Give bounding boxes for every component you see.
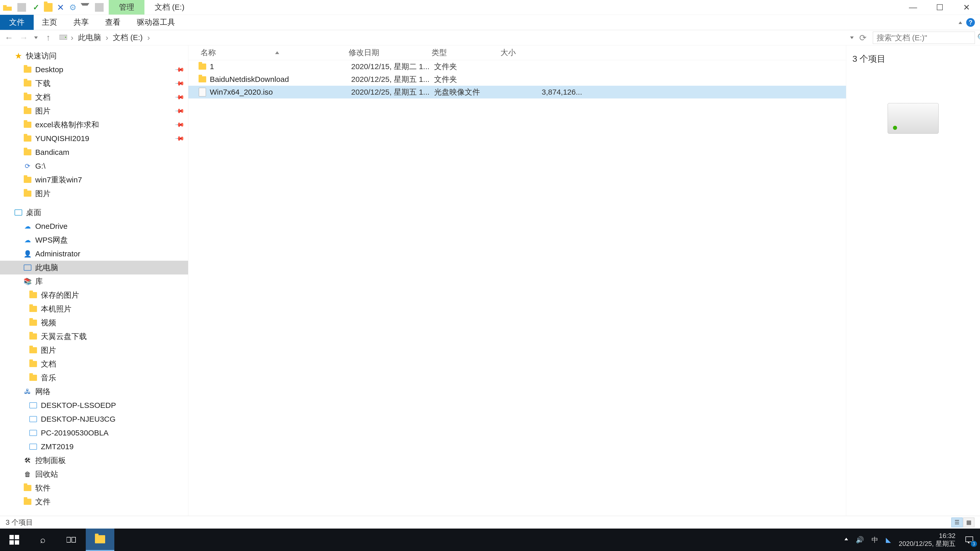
refresh-button[interactable]: ⟳ xyxy=(858,32,868,44)
tree-item[interactable]: ☁WPS网盘 xyxy=(0,233,188,247)
recent-dropdown[interactable] xyxy=(32,32,40,44)
tree-item[interactable]: 音乐 xyxy=(0,371,188,385)
up-button[interactable]: ↑ xyxy=(42,32,55,44)
tab-view[interactable]: 查看 xyxy=(97,15,129,30)
tree-quick-item[interactable]: Desktop📌 xyxy=(0,63,188,76)
breadcrumb-drive[interactable]: 文档 (E:) xyxy=(112,32,144,43)
svg-rect-10 xyxy=(966,537,973,542)
item-icon: ☁ xyxy=(23,222,32,231)
tree-item[interactable]: 🗑回收站 xyxy=(0,467,188,481)
taskbar-explorer-button[interactable] xyxy=(86,529,115,551)
help-icon[interactable]: ? xyxy=(966,18,975,27)
tab-drive-tools[interactable]: 驱动器工具 xyxy=(129,15,183,30)
column-size[interactable]: 大小 xyxy=(501,48,595,58)
tree-quick-item[interactable]: 下载📌 xyxy=(0,76,188,90)
action-center-button[interactable]: 3 xyxy=(963,534,975,546)
taskbar-search-button[interactable]: ⌕ xyxy=(29,529,57,551)
tree-item[interactable]: 软件 xyxy=(0,481,188,495)
tree-item[interactable]: DESKTOP-LSSOEDP xyxy=(0,399,188,412)
file-icon xyxy=(198,88,207,97)
tree-item[interactable]: 此电脑 xyxy=(0,261,188,275)
file-row[interactable]: 12020/12/15, 星期二 1...文件夹 xyxy=(188,60,846,73)
tree-label: 库 xyxy=(35,276,43,287)
tray-expand-icon[interactable] xyxy=(845,536,848,544)
tree-item[interactable]: 🖧网络 xyxy=(0,385,188,399)
search-icon[interactable]: 🔍 xyxy=(977,33,980,43)
qat-confirm-icon[interactable]: ✓ xyxy=(32,3,40,12)
qat-cancel-icon[interactable]: ✕ xyxy=(56,3,65,12)
chevron-right-icon[interactable]: › xyxy=(145,33,152,42)
tree-label: WPS网盘 xyxy=(35,235,68,245)
view-thumbnails-button[interactable]: ▦ xyxy=(963,518,974,527)
task-view-button[interactable] xyxy=(57,529,86,551)
tab-file[interactable]: 文件 xyxy=(0,15,34,30)
tree-label: 快速访问 xyxy=(26,51,57,61)
tree-item[interactable]: DESKTOP-NJEU3CG xyxy=(0,412,188,426)
tree-quick-item[interactable]: win7重装win7 xyxy=(0,173,188,187)
breadcrumb-pc[interactable]: 此电脑 xyxy=(77,32,102,43)
folder-icon xyxy=(23,120,32,129)
tree-item[interactable]: 📚库 xyxy=(0,275,188,288)
tree-item[interactable]: 视频 xyxy=(0,316,188,330)
tree-item[interactable]: ☁OneDrive xyxy=(0,219,188,233)
tree-quick-item[interactable]: 图片📌 xyxy=(0,104,188,118)
tab-home[interactable]: 主页 xyxy=(34,15,65,30)
system-tray: 🔊 中 ◣ 16:32 2020/12/25, 星期五 3 xyxy=(845,532,975,548)
tree-quick-item[interactable]: 图片 xyxy=(0,187,188,200)
tree-quick-item[interactable]: excel表格制作求和📌 xyxy=(0,118,188,132)
address-dropdown-icon[interactable] xyxy=(847,32,856,44)
ribbon-expand-icon[interactable] xyxy=(959,17,962,27)
column-date[interactable]: 修改日期 xyxy=(348,48,431,58)
qat-folder-icon[interactable] xyxy=(44,3,52,12)
tree-item[interactable]: 文件 xyxy=(0,495,188,509)
start-button[interactable] xyxy=(0,529,29,551)
tray-app-icon[interactable]: ◣ xyxy=(886,536,891,544)
tree-quick-access[interactable]: ★ 快速访问 xyxy=(0,49,188,63)
file-row[interactable]: Win7x64_2020.iso2020/12/25, 星期五 1...光盘映像… xyxy=(188,86,846,98)
item-icon xyxy=(23,263,32,272)
tree-item[interactable]: 图片 xyxy=(0,343,188,357)
tab-share[interactable]: 共享 xyxy=(65,15,97,30)
tree-label: ZMT2019 xyxy=(41,442,73,451)
tree-label: 下载 xyxy=(35,78,51,89)
file-list[interactable]: 12020/12/15, 星期二 1...文件夹BaiduNetdiskDown… xyxy=(188,60,846,516)
column-type[interactable]: 类型 xyxy=(431,48,501,58)
column-name[interactable]: 名称 xyxy=(198,48,348,58)
tree-item[interactable]: 文档 xyxy=(0,357,188,371)
ribbon-context-tab[interactable]: 管理 xyxy=(109,0,145,14)
volume-icon[interactable]: 🔊 xyxy=(856,536,864,544)
close-button[interactable]: ✕ xyxy=(953,0,980,14)
tree-item[interactable]: 本机照片 xyxy=(0,302,188,316)
tree-quick-item[interactable]: 文档📌 xyxy=(0,90,188,104)
tree-desktop[interactable]: 桌面 xyxy=(0,206,188,219)
navigation-tree[interactable]: ★ 快速访问 Desktop📌下载📌文档📌图片📌excel表格制作求和📌YUNQ… xyxy=(0,45,188,516)
tree-item[interactable]: 👤Administrator xyxy=(0,247,188,261)
file-row[interactable]: BaiduNetdiskDownload2020/12/25, 星期五 1...… xyxy=(188,73,846,86)
tree-item[interactable]: 🛠控制面板 xyxy=(0,454,188,467)
tree-quick-item[interactable]: YUNQISHI2019📌 xyxy=(0,132,188,145)
tree-item[interactable]: PC-20190530OBLA xyxy=(0,426,188,440)
status-item-count: 3 个项目 xyxy=(6,518,33,527)
back-button[interactable]: ← xyxy=(3,32,15,44)
search-input[interactable] xyxy=(873,33,977,42)
tree-item[interactable]: 天翼云盘下载 xyxy=(0,330,188,343)
tree-item[interactable]: 保存的图片 xyxy=(0,288,188,302)
tree-quick-item[interactable]: Bandicam xyxy=(0,145,188,159)
chevron-right-icon[interactable]: › xyxy=(103,33,110,42)
ime-indicator[interactable]: 中 xyxy=(872,535,878,545)
tree-label: 本机照片 xyxy=(41,304,72,314)
qat-dropdown-icon[interactable] xyxy=(81,3,89,12)
taskbar-clock[interactable]: 16:32 2020/12/25, 星期五 xyxy=(899,532,956,548)
maximize-button[interactable]: ☐ xyxy=(926,0,953,14)
tree-item[interactable]: ZMT2019 xyxy=(0,440,188,454)
chevron-right-icon[interactable]: › xyxy=(68,33,76,42)
search-box[interactable]: 🔍 xyxy=(873,32,975,44)
forward-button[interactable]: → xyxy=(18,32,30,44)
qat-settings-icon[interactable]: ⚙ xyxy=(68,3,77,12)
minimize-button[interactable]: — xyxy=(900,0,926,14)
file-date: 2020/12/25, 星期五 1... xyxy=(351,74,434,85)
view-details-button[interactable]: ☰ xyxy=(951,518,963,527)
folder-icon xyxy=(198,62,207,71)
tree-quick-item[interactable]: ⟳G:\ xyxy=(0,159,188,173)
address-bar[interactable]: › 此电脑 › 文档 (E:) › xyxy=(57,32,845,44)
